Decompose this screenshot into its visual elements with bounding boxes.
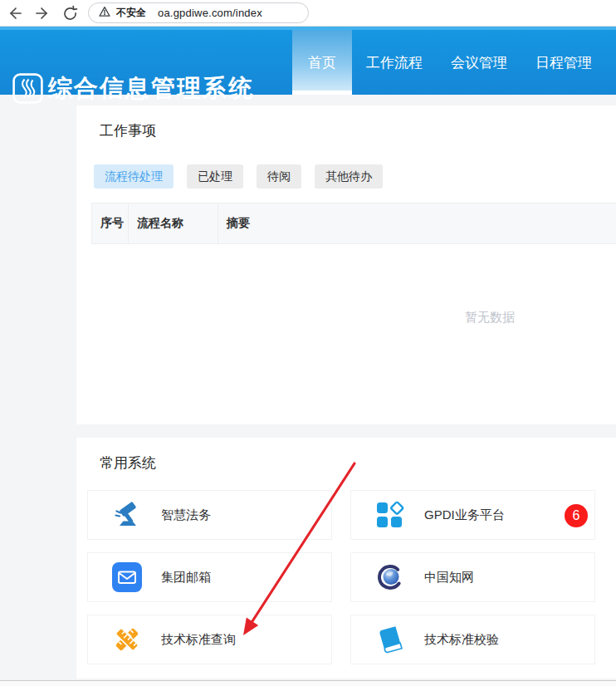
app-tile-label: GPDI业务平台 — [424, 507, 505, 523]
common-systems-panel: 常用系统 智慧法务 GPDI业务平台 6 集团邮箱 — [76, 438, 616, 679]
back-button[interactable] — [3, 2, 27, 24]
app-tile-smart-legal[interactable]: 智慧法务 — [87, 490, 332, 540]
column-header-process-name: 流程名称 — [129, 203, 218, 243]
nav-tab-home[interactable]: 首页 — [292, 30, 352, 95]
gavel-icon — [112, 500, 142, 530]
empty-state-text: 暂无数据 — [465, 310, 515, 326]
nav-tab-label: 工作流程 — [366, 53, 423, 72]
app-tile-tech-standard-query[interactable]: 技术标准查询 — [87, 615, 332, 664]
app-header: 综合信息管理系统 首页 工作流程 会议管理 日程管理 — [0, 27, 616, 95]
app-tile-gpdi-platform[interactable]: GPDI业务平台 6 — [350, 490, 595, 540]
app-tile-group-mailbox[interactable]: 集团邮箱 — [87, 552, 332, 602]
book-icon — [375, 625, 405, 654]
address-bar[interactable]: 不安全 oa.gpdiwe.com/index — [88, 2, 309, 23]
filter-pending-processes[interactable]: 流程待处理 — [94, 164, 174, 189]
main-nav: 首页 工作流程 会议管理 日程管理 — [292, 30, 606, 95]
nav-tab-label: 首页 — [308, 53, 336, 72]
nav-tab-workflow[interactable]: 工作流程 — [352, 30, 437, 95]
panel-title: 常用系统 — [100, 453, 156, 473]
nav-tab-schedule[interactable]: 日程管理 — [521, 30, 606, 95]
security-label: 不安全 — [116, 6, 146, 20]
app-tile-cnki[interactable]: 中国知网 — [350, 552, 595, 602]
crossed-rulers-icon — [112, 625, 142, 654]
filter-to-read[interactable]: 待阅 — [257, 164, 301, 189]
notification-badge: 6 — [565, 504, 588, 527]
nav-tab-label: 会议管理 — [451, 53, 507, 72]
app-tile-tech-standard-verify[interactable]: 技术标准校验 — [350, 615, 595, 664]
column-header-index: 序号 — [92, 203, 129, 243]
app-tile-label: 技术标准校验 — [424, 632, 499, 648]
url-text: oa.gpdiwe.com/index — [158, 7, 262, 19]
column-header-summary: 摘要 — [218, 203, 616, 243]
app-tile-label: 中国知网 — [424, 570, 474, 586]
back-arrow-icon — [6, 4, 24, 22]
app-tile-label: 技术标准查询 — [161, 632, 236, 648]
mail-icon — [112, 562, 142, 592]
cnki-globe-icon — [375, 562, 405, 592]
filter-chips: 流程待处理 已处理 待阅 其他待办 — [94, 164, 383, 189]
work-items-panel: 工作事项 流程待处理 已处理 待阅 其他待办 序号 流程名称 摘要 暂无数据 — [76, 105, 616, 424]
horizontal-scrollbar[interactable] — [0, 680, 616, 686]
app-grid-icon — [375, 500, 405, 530]
filter-other-todo[interactable]: 其他待办 — [315, 164, 383, 189]
app-tile-label: 集团邮箱 — [161, 570, 211, 586]
process-table: 序号 流程名称 摘要 — [91, 203, 616, 244]
filter-processed[interactable]: 已处理 — [187, 164, 243, 189]
forward-arrow-icon — [33, 4, 51, 22]
nav-tab-label: 日程管理 — [535, 53, 592, 72]
table-header-row: 序号 流程名称 摘要 — [92, 203, 616, 244]
app-tile-grid: 智慧法务 GPDI业务平台 6 集团邮箱 中国知网 — [87, 490, 595, 664]
refresh-icon — [61, 5, 79, 22]
warning-triangle-icon[interactable] — [99, 6, 110, 21]
browser-window: 不安全 oa.gpdiwe.com/index 综合信息管理系统 首页 工作流程… — [0, 0, 616, 686]
nav-tab-meetings[interactable]: 会议管理 — [437, 30, 521, 95]
refresh-button[interactable] — [58, 2, 81, 24]
browser-toolbar: 不安全 oa.gpdiwe.com/index — [0, 0, 616, 27]
app-tile-label: 智慧法务 — [161, 507, 211, 523]
forward-button[interactable] — [31, 2, 54, 24]
panel-title: 工作事项 — [100, 121, 156, 140]
app-logo-icon — [12, 73, 43, 104]
